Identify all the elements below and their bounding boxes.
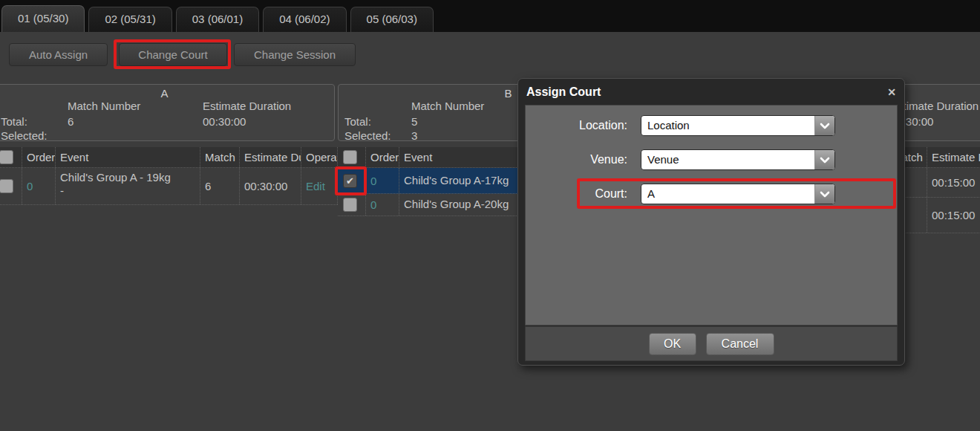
location-select-value: Location <box>647 116 690 135</box>
tab-day-05[interactable]: 05 (06/03) <box>350 7 434 32</box>
venue-field-row: Venue: Venue <box>526 149 897 170</box>
selected-label: Selected: <box>1 129 48 142</box>
dialog-footer: OK Cancel <box>525 326 898 361</box>
location-select[interactable]: Location <box>641 115 835 136</box>
order-cell: 0 <box>366 194 399 216</box>
assign-court-dialog: Assign Court ✕ Location: Location Venue:… <box>517 78 905 366</box>
select-all-cell: ✔ <box>338 147 366 167</box>
table-header: ✔ Order Event Match Estimate Duration Op… <box>0 147 338 168</box>
col-estimate: Estimate Duration <box>927 147 980 167</box>
selected-value: 3 <box>411 129 417 142</box>
row-checkbox-cell: ✔ <box>0 168 22 204</box>
estimate-cell: 00:30:00 <box>240 168 301 204</box>
col-event: Event <box>56 147 200 167</box>
estimate-cell: 00:15:00 <box>927 198 980 233</box>
court-select[interactable]: A <box>641 184 835 204</box>
col-operation: Operation <box>301 147 338 167</box>
total-value: 5 <box>411 115 417 128</box>
select-all-checkbox[interactable]: ✔ <box>0 150 13 164</box>
order-cell: 0 <box>366 168 399 193</box>
col-order: Order <box>366 147 399 167</box>
dialog-body: Location: Location Venue: Venue Court: A <box>525 105 898 325</box>
chevron-down-icon[interactable] <box>814 184 834 204</box>
estimate-cell: 00:15:00 <box>927 168 980 197</box>
col-estimate: Estimate Duration <box>240 147 301 167</box>
ok-button[interactable]: OK <box>649 333 696 355</box>
court-panel-a: A Match Number Estimate Duration Total: … <box>0 84 338 141</box>
court-label: Court: <box>526 184 641 204</box>
check-icon: ✔ <box>346 176 354 186</box>
event-cell: Child's Group A - 19kg - <box>56 168 200 204</box>
venue-select-value: Venue <box>647 150 679 169</box>
session-tabbar: 01 (05/30) 02 (05/31) 03 (06/01) 04 (06/… <box>0 0 980 32</box>
row-checkbox[interactable]: ✔ <box>343 198 357 212</box>
location-label: Location: <box>526 115 641 136</box>
change-session-button[interactable]: Change Session <box>234 43 356 66</box>
close-icon[interactable]: ✕ <box>887 86 896 98</box>
tab-day-01[interactable]: 01 (05/30) <box>1 5 85 32</box>
match-number-label: Match Number <box>68 100 140 112</box>
estimate-duration-label: Estimate Duration <box>203 100 291 112</box>
tab-day-03[interactable]: 03 (06/01) <box>176 7 259 32</box>
select-all-checkbox[interactable]: ✔ <box>343 150 357 164</box>
court-a-label: A <box>0 87 334 100</box>
auto-assign-button[interactable]: Auto Assign <box>9 43 108 66</box>
total-label: Total: <box>1 115 27 128</box>
venue-label: Venue: <box>526 149 641 170</box>
total-label: Total: <box>344 115 371 128</box>
select-all-cell: ✔ <box>0 147 22 167</box>
tab-day-04[interactable]: 04 (06/02) <box>263 7 346 32</box>
chevron-down-icon[interactable] <box>814 150 834 169</box>
estimate-value: 00:30:00 <box>203 115 246 128</box>
change-court-button[interactable]: Change Court <box>119 43 227 66</box>
court-a-summary: A Match Number Estimate Duration Total: … <box>0 84 335 141</box>
col-match: Match <box>200 147 240 167</box>
order-cell: 0 <box>22 168 56 204</box>
tab-day-02[interactable]: 02 (05/31) <box>88 7 172 32</box>
row-checkbox[interactable]: ✔ <box>0 179 13 193</box>
row-checkbox-cell: ✔ <box>338 194 366 216</box>
court-select-value: A <box>647 184 655 204</box>
cancel-button[interactable]: Cancel <box>706 333 774 355</box>
venue-select[interactable]: Venue <box>641 149 835 170</box>
location-field-row: Location: Location <box>526 115 897 136</box>
row-checkbox[interactable]: ✔ <box>343 174 357 188</box>
edit-link[interactable]: Edit <box>301 168 338 204</box>
dialog-title: Assign Court <box>526 85 887 99</box>
match-cell: 6 <box>200 168 240 204</box>
total-value: 6 <box>68 115 74 128</box>
table-row[interactable]: ✔ 0 Child's Group A - 19kg - 6 00:30:00 … <box>0 168 338 205</box>
row-checkbox-cell: ✔ <box>338 168 366 193</box>
court-field-row: Court: A <box>526 184 897 204</box>
dialog-header[interactable]: Assign Court ✕ <box>518 79 904 105</box>
col-order: Order <box>22 147 56 167</box>
chevron-down-icon[interactable] <box>814 116 834 135</box>
match-number-label: Match Number <box>411 100 484 112</box>
selected-label: Selected: <box>344 129 391 142</box>
